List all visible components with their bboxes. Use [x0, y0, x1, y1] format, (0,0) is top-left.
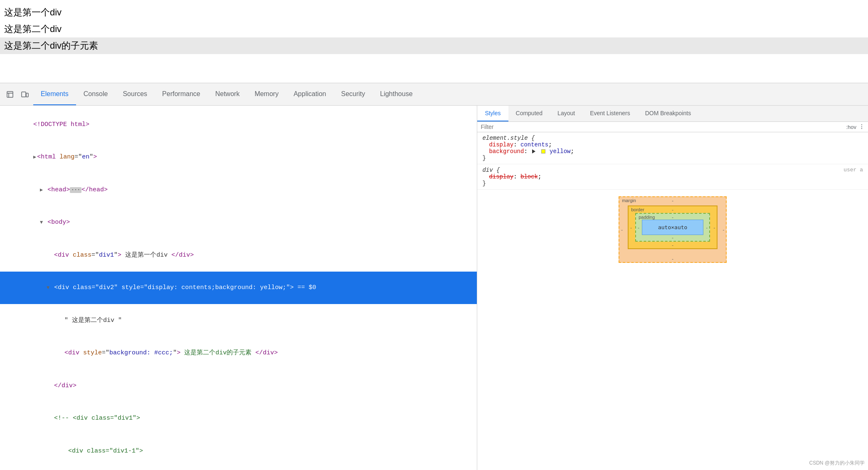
page-line-3: 这是第二个div的子元素 [0, 37, 868, 54]
page-content: 这是第一个div 这是第二个div 这是第二个div的子元素 [0, 0, 868, 83]
page-line-1: 这是第一个div [0, 4, 868, 21]
page-line-2: 这是第二个div [0, 21, 868, 37]
